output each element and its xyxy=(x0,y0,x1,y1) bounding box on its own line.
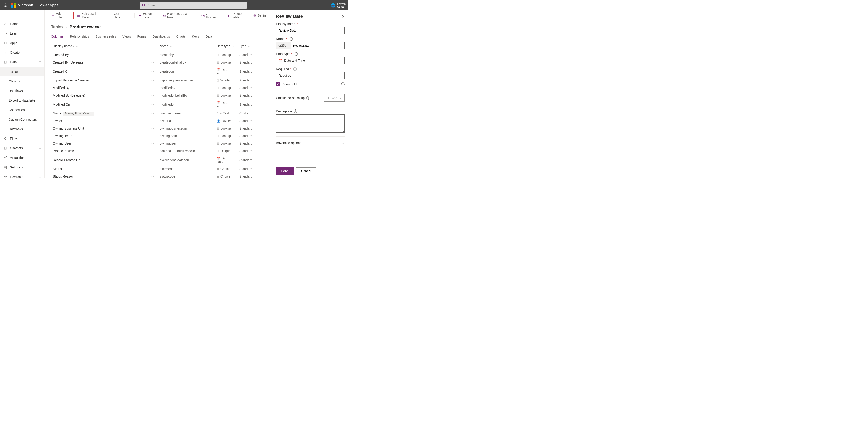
table-row[interactable]: Owning Business Unit ⋯ owningbusinessuni… xyxy=(51,125,272,132)
row-more-icon[interactable]: ⋯ xyxy=(149,132,158,140)
data-type-select[interactable]: 📅 Date and Time ⌄ xyxy=(276,57,345,64)
nav-sub-export-to-data-lake[interactable]: Export to data lake xyxy=(0,96,44,105)
tab-dashboards[interactable]: Dashboards xyxy=(153,33,170,41)
row-more-icon[interactable]: ⋯ xyxy=(149,117,158,125)
row-more-icon[interactable]: ⋯ xyxy=(149,147,158,155)
info-icon[interactable]: i xyxy=(294,52,298,56)
nav-sub-gateways[interactable]: Gateways xyxy=(0,124,44,134)
table-row[interactable]: Modified By ⋯ modifiedby ⊞Lookup Standar… xyxy=(51,84,272,92)
settings-button[interactable]: ⚙ Settin xyxy=(251,12,268,19)
row-more-icon[interactable]: ⋯ xyxy=(149,125,158,132)
display-name-input[interactable] xyxy=(276,27,345,34)
table-row[interactable]: Status ⋯ statecode ≣Choice Standard xyxy=(51,165,272,173)
nav-devtools[interactable]: ⚒DevTools⌄ xyxy=(0,172,44,178)
delete-table-button[interactable]: 🗑 Delete table xyxy=(225,12,250,19)
ai-builder-button[interactable]: ∘ᔦ AI Builder ⌄ xyxy=(198,12,224,19)
nav-learn[interactable]: ▭Learn xyxy=(0,29,44,38)
get-data-button[interactable]: 🗄 Get data xyxy=(107,12,127,19)
row-more-icon[interactable]: ⋯ xyxy=(149,59,158,66)
tab-forms[interactable]: Forms xyxy=(137,33,146,41)
row-more-icon[interactable]: ⋯ xyxy=(149,84,158,92)
nav-home[interactable]: ⌂Home xyxy=(0,19,44,29)
table-row[interactable]: Owner ⋯ ownerid 👤Owner Standard xyxy=(51,117,272,125)
info-icon[interactable]: i xyxy=(289,37,292,41)
nav-flows[interactable]: ⥁Flows xyxy=(0,134,44,143)
search-box[interactable] xyxy=(140,2,247,9)
nav-ai-builder[interactable]: ∘ᔦAI Builder⌄ xyxy=(0,153,44,162)
cell-display: Record Created On xyxy=(51,155,149,165)
tab-business-rules[interactable]: Business rules xyxy=(95,33,116,41)
nav-sub-custom-connectors[interactable]: Custom Connectors xyxy=(0,115,44,124)
name-input[interactable] xyxy=(290,42,345,49)
table-row[interactable]: Modified By (Delegate) ⋯ modifiedonbehal… xyxy=(51,92,272,99)
row-more-icon[interactable]: ⋯ xyxy=(149,92,158,99)
app-launcher-icon[interactable] xyxy=(0,0,11,10)
chevron-down-icon: ⌄ xyxy=(39,156,41,159)
tab-keys[interactable]: Keys xyxy=(192,33,199,41)
table-row[interactable]: Status Reason ⋯ statuscode ≣Choice Stand… xyxy=(51,173,272,178)
table-row[interactable]: Owning User ⋯ owninguser ⊞Lookup Standar… xyxy=(51,140,272,147)
add-column-button[interactable]: ＋ Add column xyxy=(49,12,74,19)
row-more-icon[interactable]: ⋯ xyxy=(149,51,158,59)
row-more-icon[interactable]: ⋯ xyxy=(149,77,158,84)
nav-chatbots[interactable]: ⊡Chatbots⌄ xyxy=(0,143,44,153)
tab-columns[interactable]: Columns xyxy=(51,33,63,41)
nav-create[interactable]: ＋Create xyxy=(0,48,44,57)
row-more-icon[interactable]: ⋯ xyxy=(149,140,158,147)
table-row[interactable]: Import Sequence Number ⋯ importsequencen… xyxy=(51,77,272,84)
edit-excel-button[interactable]: ▦ Edit data in Excel xyxy=(75,12,106,19)
table-row[interactable]: Owning Team ⋯ owningteam ⊞Lookup Standar… xyxy=(51,132,272,140)
row-more-icon[interactable]: ⋯ xyxy=(149,66,158,77)
table-row[interactable]: NamePrimary Name Column ⋯ contoso_name A… xyxy=(51,110,272,117)
close-icon[interactable]: ✕ xyxy=(342,14,345,18)
row-more-icon[interactable]: ⋯ xyxy=(149,155,158,165)
nav-apps[interactable]: ⊞Apps xyxy=(0,38,44,48)
search-input[interactable] xyxy=(146,3,244,7)
row-more-icon[interactable]: ⋯ xyxy=(149,110,158,117)
nav-data[interactable]: ⊟Data⌃ xyxy=(0,57,44,67)
info-icon[interactable]: i xyxy=(307,96,310,100)
row-more-icon[interactable]: ⋯ xyxy=(149,173,158,178)
row-more-icon[interactable]: ⋯ xyxy=(149,99,158,110)
export-data-button[interactable]: ↦ Export data xyxy=(136,12,160,19)
tab-relationships[interactable]: Relationships xyxy=(70,33,89,41)
col-name[interactable]: Name ⌄ xyxy=(158,41,215,51)
add-button[interactable]: ＋ Add ⌄ xyxy=(323,94,345,101)
tab-charts[interactable]: Charts xyxy=(176,33,186,41)
cell-display: Created On xyxy=(51,66,149,77)
col-display-name[interactable]: Display name ↑ ⌄ xyxy=(51,41,149,51)
get-data-dropdown[interactable]: ⌄ xyxy=(128,12,133,19)
breadcrumb-root[interactable]: Tables xyxy=(51,25,63,30)
col-datatype[interactable]: Data type ⌄ xyxy=(215,41,238,51)
table-row[interactable]: Modified On ⋯ modifiedon 📅Date an… Stand… xyxy=(51,99,272,110)
done-button[interactable]: Done xyxy=(276,167,293,175)
advanced-options-toggle[interactable]: Advanced options ⌄ xyxy=(276,140,345,146)
nav-solutions[interactable]: ▤Solutions xyxy=(0,162,44,172)
nav-sub-choices[interactable]: Choices xyxy=(0,77,44,86)
hamburger-icon[interactable] xyxy=(0,10,44,19)
table-row[interactable]: Record Created On ⋯ overriddencreatedon … xyxy=(51,155,272,165)
info-icon[interactable]: i xyxy=(293,67,297,71)
info-icon[interactable]: i xyxy=(341,82,345,86)
nav-sub-tables[interactable]: Tables xyxy=(0,67,44,77)
nav-sub-dataflows[interactable]: Dataflows xyxy=(0,86,44,96)
tab-views[interactable]: Views xyxy=(122,33,131,41)
nav-sub-connections[interactable]: Connections xyxy=(0,105,44,115)
table-row[interactable]: Created On ⋯ createdon 📅Date an… Standar… xyxy=(51,66,272,77)
table-row[interactable]: Created By (Delegate) ⋯ createdonbehalfb… xyxy=(51,59,272,66)
col-type[interactable]: Type ⌄ xyxy=(238,41,272,51)
cancel-button[interactable]: Cancel xyxy=(296,167,316,175)
environment-picker[interactable]: 🌐 Environ Conto xyxy=(328,2,348,8)
export-lake-button[interactable]: ◐ Export to data lake ⌄ xyxy=(161,12,197,19)
env-label: Environ xyxy=(337,2,346,5)
name-prefix: cr25d_ xyxy=(276,42,290,49)
info-icon[interactable]: i xyxy=(294,110,298,113)
table-row[interactable]: Product review ⋯ contoso_productreviewid… xyxy=(51,147,272,155)
table-row[interactable]: Created By ⋯ createdby ⊞Lookup Standard xyxy=(51,51,272,59)
tab-data[interactable]: Data xyxy=(206,33,212,41)
search-icon xyxy=(142,3,146,7)
row-more-icon[interactable]: ⋯ xyxy=(149,165,158,173)
description-textarea[interactable] xyxy=(276,115,345,133)
searchable-checkbox[interactable]: ✓ xyxy=(276,82,280,86)
required-select[interactable]: Required ⌄ xyxy=(276,72,345,79)
